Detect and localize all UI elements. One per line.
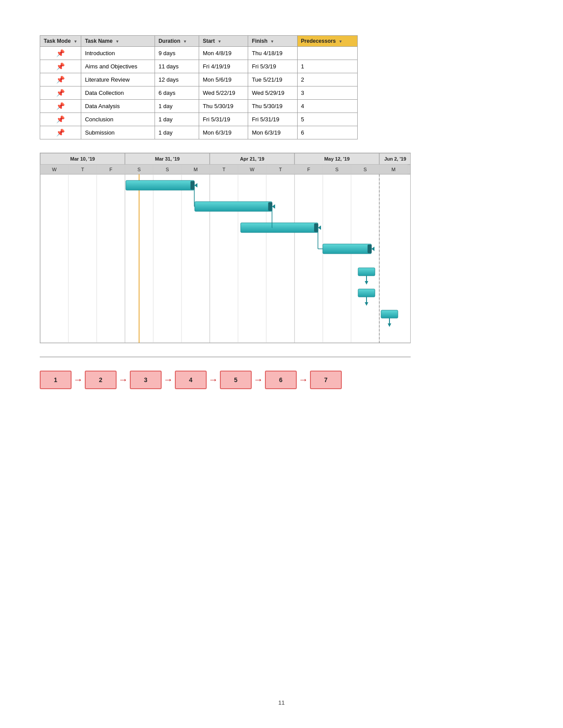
task-predecessors-cell <box>297 47 357 60</box>
flow-box-7: 7 <box>310 371 342 389</box>
th-duration[interactable]: Duration ▼ <box>155 36 199 47</box>
task-predecessors-cell: 1 <box>297 60 357 73</box>
flow-arrow-0: → <box>72 374 85 386</box>
svg-text:M: M <box>391 167 395 172</box>
page-container: Task Mode ▼ Task Name ▼ Duration ▼ Start… <box>0 0 563 728</box>
gantt-bar-submission[interactable] <box>381 310 398 318</box>
task-finish-cell: Fri 5/31/19 <box>248 113 297 126</box>
flow-arrow-4: → <box>252 374 265 386</box>
svg-text:T: T <box>279 167 282 172</box>
task-finish-cell: Tue 5/21/19 <box>248 73 297 86</box>
svg-text:Mar 31, '19: Mar 31, '19 <box>155 156 180 161</box>
svg-text:T: T <box>223 167 226 172</box>
gantt-container: Mar 10, '19 Mar 31, '19 Apr 21, '19 May … <box>40 153 411 343</box>
th-arrow-task-mode: ▼ <box>73 39 77 44</box>
gantt-bar-lit-review[interactable] <box>241 223 318 233</box>
flow-arrow-3: → <box>207 374 220 386</box>
task-icon-cell: 📌 <box>40 113 81 126</box>
task-start-cell: Mon 6/3/19 <box>199 126 248 139</box>
task-icon-cell: 📌 <box>40 126 81 139</box>
table-header-row: Task Mode ▼ Task Name ▼ Duration ▼ Start… <box>40 36 358 47</box>
svg-text:M: M <box>193 167 197 172</box>
flow-arrow-2: → <box>162 374 175 386</box>
th-start[interactable]: Start ▼ <box>199 36 248 47</box>
task-icon: 📌 <box>56 129 65 136</box>
flow-arrow-5: → <box>297 374 310 386</box>
th-arrow-predecessors: ▼ <box>339 39 343 44</box>
task-predecessors-cell: 2 <box>297 73 357 86</box>
task-finish-cell: Wed 5/29/19 <box>248 86 297 100</box>
task-start-cell: Wed 5/22/19 <box>199 86 248 100</box>
task-name-cell: Introduction <box>81 47 155 60</box>
table-row: 📌Literature Review12 daysMon 5/6/19Tue 5… <box>40 73 358 86</box>
gantt-bar-introduction[interactable] <box>126 180 194 190</box>
svg-rect-59 <box>368 245 371 253</box>
task-icon-cell: 📌 <box>40 100 81 113</box>
task-icon-cell: 📌 <box>40 47 81 60</box>
svg-text:W: W <box>250 167 255 172</box>
th-predecessors[interactable]: Predecessors ▼ <box>297 36 357 47</box>
th-arrow-finish: ▼ <box>270 39 274 44</box>
task-start-cell: Mon 5/6/19 <box>199 73 248 86</box>
table-row: 📌Data Collection6 daysWed 5/22/19Wed 5/2… <box>40 86 358 100</box>
svg-rect-55 <box>268 203 272 210</box>
gantt-bar-data-collection[interactable] <box>323 244 371 254</box>
svg-text:Jun 2, '19: Jun 2, '19 <box>384 156 406 161</box>
task-duration-cell: 9 days <box>155 47 199 60</box>
th-arrow-start: ▼ <box>218 39 222 44</box>
task-predecessors-cell: 4 <box>297 100 357 113</box>
gantt-wrapper: Mar 10, '19 Mar 31, '19 Apr 21, '19 May … <box>40 153 523 343</box>
gantt-bar-aims[interactable] <box>195 202 272 211</box>
svg-text:T: T <box>81 167 84 172</box>
task-start-cell: Thu 5/30/19 <box>199 100 248 113</box>
task-start-cell: Fri 4/19/19 <box>199 60 248 73</box>
task-icon-cell: 📌 <box>40 73 81 86</box>
th-task-mode[interactable]: Task Mode ▼ <box>40 36 81 47</box>
table-body: 📌Introduction9 daysMon 4/8/19Thu 4/18/19… <box>40 47 358 139</box>
gantt-svg: Mar 10, '19 Mar 31, '19 Apr 21, '19 May … <box>40 153 411 343</box>
task-table: Task Mode ▼ Task Name ▼ Duration ▼ Start… <box>40 35 358 139</box>
th-task-name[interactable]: Task Name ▼ <box>81 36 155 47</box>
task-icon: 📌 <box>56 63 65 70</box>
task-name-cell: Data Collection <box>81 86 155 100</box>
flow-box-1: 1 <box>40 371 72 389</box>
svg-text:F: F <box>307 167 310 172</box>
task-icon-cell: 📌 <box>40 86 81 100</box>
table-row: 📌Conclusion1 dayFri 5/31/19Fri 5/31/195 <box>40 113 358 126</box>
svg-text:S: S <box>137 167 140 172</box>
task-predecessors-cell: 3 <box>297 86 357 100</box>
task-finish-cell: Fri 5/3/19 <box>248 60 297 73</box>
task-name-cell: Data Analysis <box>81 100 155 113</box>
task-duration-cell: 1 day <box>155 100 199 113</box>
task-duration-cell: 1 day <box>155 113 199 126</box>
svg-text:W: W <box>52 167 57 172</box>
task-name-cell: Conclusion <box>81 113 155 126</box>
table-row: 📌Submission1 dayMon 6/3/19Mon 6/3/196 <box>40 126 358 139</box>
task-duration-cell: 6 days <box>155 86 199 100</box>
gantt-bar-data-analysis[interactable] <box>358 268 375 276</box>
task-finish-cell: Thu 5/30/19 <box>248 100 297 113</box>
task-name-cell: Aims and Objectives <box>81 60 155 73</box>
task-finish-cell: Thu 4/18/19 <box>248 47 297 60</box>
flow-diagram: 1→2→3→4→5→6→7 <box>40 371 523 389</box>
task-duration-cell: 12 days <box>155 73 199 86</box>
svg-text:S: S <box>363 167 367 172</box>
gantt-bar-conclusion[interactable] <box>358 289 375 297</box>
flow-box-2: 2 <box>85 371 117 389</box>
page-number: 11 <box>278 699 284 706</box>
svg-rect-38 <box>40 174 411 343</box>
task-name-cell: Literature Review <box>81 73 155 86</box>
task-start-cell: Fri 5/31/19 <box>199 113 248 126</box>
flow-box-5: 5 <box>220 371 252 389</box>
task-predecessors-cell: 6 <box>297 126 357 139</box>
th-finish[interactable]: Finish ▼ <box>248 36 297 47</box>
svg-text:Mar 10, '19: Mar 10, '19 <box>70 156 95 161</box>
svg-text:S: S <box>335 167 338 172</box>
task-table-wrapper: Task Mode ▼ Task Name ▼ Duration ▼ Start… <box>40 35 523 139</box>
task-start-cell: Mon 4/8/19 <box>199 47 248 60</box>
flow-arrow-1: → <box>117 374 130 386</box>
task-finish-cell: Mon 6/3/19 <box>248 126 297 139</box>
table-row: 📌Introduction9 daysMon 4/8/19Thu 4/18/19 <box>40 47 358 60</box>
svg-rect-57 <box>314 224 318 232</box>
table-row: 📌Data Analysis1 dayThu 5/30/19Thu 5/30/1… <box>40 100 358 113</box>
